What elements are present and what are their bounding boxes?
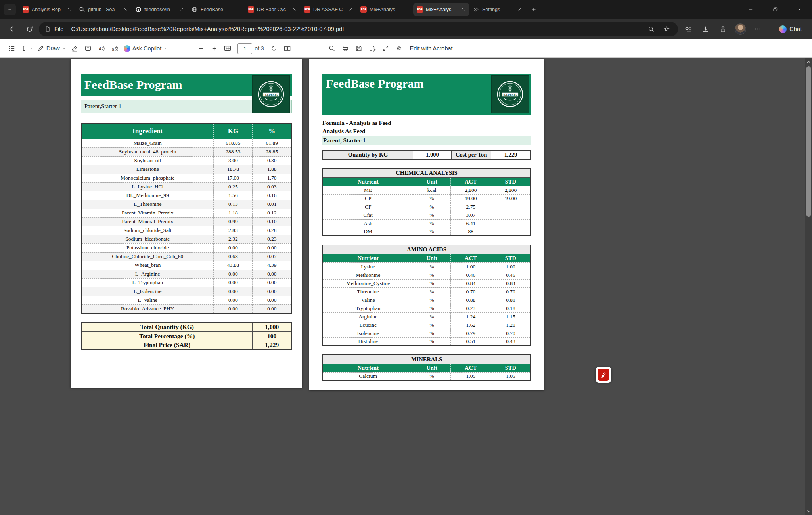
text-box-icon [84,45,92,52]
more-options-button[interactable] [750,22,765,36]
table-cell: 19.00 [491,194,530,203]
read-aloud-button[interactable]: A [95,42,108,55]
acrobat-button[interactable] [596,367,611,383]
table-cell: 4.39 [253,261,291,270]
close-button[interactable] [787,0,812,19]
tab-close-icon[interactable] [291,6,298,13]
page-number-input[interactable] [237,43,252,54]
restore-button[interactable] [763,0,787,19]
fullscreen-button[interactable] [379,42,393,55]
section-title: MINERALS [323,355,530,364]
table-cell: Cfat [323,211,413,219]
address-scheme-label: File [54,26,63,32]
table-cell: 0.84 [450,279,491,287]
table-cell: 1.05 [450,372,491,381]
browser-tab[interactable]: PDFDR Badr Cyc [244,3,301,16]
refresh-button[interactable] [22,22,36,36]
browser-tab[interactable]: FeedBase [188,3,244,16]
search-document-button[interactable] [325,42,339,55]
new-tab-button[interactable] [527,3,540,16]
scroll-up-icon[interactable] [805,59,812,65]
table-cell: 0.00 [214,296,253,304]
amino-acids-table: AMINO ACIDS NutrientUnitACTSTD Lysine%1.… [322,245,531,346]
tab-close-icon[interactable] [122,6,129,13]
page-view-button[interactable] [281,42,294,55]
table-cell: 0.88 [450,296,491,304]
chevron-down-icon [62,46,66,50]
table-header-row: NutrientUnitACTSTD [323,177,530,186]
zoom-in-button[interactable] [207,42,221,55]
browser-tab[interactable]: github - Sea [75,3,132,16]
browser-tab[interactable]: Settings [469,3,526,16]
table-cell: 2,800 [450,186,491,194]
rotate-button[interactable] [267,42,281,55]
tab-close-icon[interactable] [516,6,523,13]
scrollbar-thumb[interactable] [806,66,811,217]
pdf-settings-button[interactable] [393,42,406,55]
downloads-button[interactable] [698,22,713,36]
browser-tab[interactable]: PDFMix+Analys [357,3,413,16]
browser-tab[interactable]: PDFAnalysis Rep [19,3,75,16]
back-button[interactable] [6,22,20,36]
minimize-icon [748,7,753,12]
table-row: Sodium_bicarbonate2.320.23 [81,235,291,243]
table-cell: Leucine [323,321,413,329]
find-on-page-button[interactable] [645,23,657,35]
table-cell: L_Isoleucine [81,287,214,296]
table-cell: 618.85 [214,139,253,147]
table-cell: 1,000 [413,150,452,159]
column-header: STD [491,364,530,372]
select-tool-button[interactable] [18,42,35,55]
save-as-button[interactable] [366,42,379,55]
fit-to-width-button[interactable] [221,42,234,55]
document-icon [44,26,51,32]
two-page-view-icon [283,45,291,52]
minimize-button[interactable] [738,0,763,19]
table-cell: 0.46 [450,271,491,279]
ask-copilot-button[interactable]: Ask Copilot [122,42,169,55]
pdf-icon: PDF [417,6,423,13]
column-header: Nutrient [323,177,413,186]
table-header-row: NutrientUnitACTSTD [323,254,530,262]
table-cell: 0.00 [253,304,291,313]
chat-button[interactable]: Chat [774,22,806,36]
vertical-scrollbar[interactable] [805,58,812,515]
favorites-bar-button[interactable] [680,22,695,36]
tab-close-icon[interactable] [404,6,410,13]
eraser-button[interactable] [68,42,81,55]
address-bar[interactable]: File C:/Users/aboul/Desktop/FeedBase%20R… [39,22,678,36]
section-title-row: MINERALS [323,355,530,364]
tab-close-icon[interactable] [66,6,73,13]
tab-search-button[interactable] [4,4,16,15]
logo-text: FEEDBASE [503,94,517,96]
table-cell: Soybean_meal_48_protein [81,147,214,156]
draw-button[interactable]: Draw [35,42,68,55]
favorites-button[interactable] [661,23,672,35]
save-icon [355,45,362,52]
browser-tab[interactable]: PDFDR ASSAF C [301,3,357,16]
table-of-contents-button[interactable] [5,42,18,55]
zoom-out-button[interactable] [194,42,207,55]
add-text-button[interactable] [81,42,95,55]
table-cell: 0.28 [253,226,291,235]
share-button[interactable] [715,22,730,36]
tab-close-icon[interactable] [178,6,185,13]
browser-tab[interactable]: PDFMix+Analys [413,3,469,16]
tab-close-icon[interactable] [347,6,354,13]
profile-button[interactable] [733,22,748,36]
table-cell: 0.25 [214,182,253,191]
tab-close-icon[interactable] [460,6,467,13]
browser-tab[interactable]: feedbase/in [132,3,188,16]
edit-with-acrobat-button[interactable]: Edit with Acrobat [410,45,453,52]
print-button[interactable] [339,42,352,55]
scroll-down-icon[interactable] [805,508,812,515]
translate-button[interactable]: a [108,42,122,55]
tab-close-icon[interactable] [235,6,241,13]
table-cell [491,211,530,219]
table-cell: 2.75 [450,203,491,211]
refresh-icon [26,25,33,33]
table-cell: 0.99 [214,217,253,226]
ingredients-table: IngredientKG% Maize_Grain618.8561.89Soyb… [81,123,292,314]
save-button[interactable] [352,42,366,55]
table-cell: 3.07 [450,211,491,219]
